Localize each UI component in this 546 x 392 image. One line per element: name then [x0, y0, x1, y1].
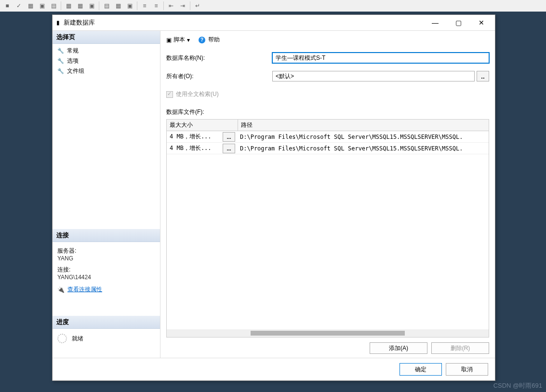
toolbar-btn[interactable]: ▣: [86, 1, 97, 11]
toolbar-btn[interactable]: ▤: [101, 1, 112, 11]
cell-path: D:\Program Files\Microsoft SQL Server\MS…: [237, 144, 466, 153]
toolbar-btn[interactable]: ▣: [37, 1, 47, 11]
remove-button: 删除(R): [431, 342, 489, 354]
col-path[interactable]: 路径: [238, 120, 489, 131]
select-page-header: 选择页: [53, 31, 160, 44]
row-ellipsis-button[interactable]: ...: [223, 144, 235, 153]
help-icon: ?: [199, 37, 205, 43]
fulltext-checkbox: [166, 91, 173, 98]
cell-size: 4 MB，增长...: [167, 132, 221, 142]
toolbar-separator: [163, 1, 164, 10]
toolbar-separator: [137, 1, 137, 10]
wrench-icon: 🔧: [57, 58, 64, 64]
dialog-title: 新建数据库: [64, 18, 422, 27]
fulltext-label: 使用全文检索(U): [176, 90, 219, 98]
owner-browse-button[interactable]: ..: [477, 71, 489, 81]
view-connection-link[interactable]: 查看连接属性: [67, 285, 102, 294]
toolbar-btn[interactable]: ▣: [124, 1, 135, 11]
db-files-label: 数据库文件(F):: [166, 108, 489, 116]
toolbar-btn[interactable]: ✓: [13, 1, 24, 11]
row-ellipsis-button[interactable]: ...: [223, 132, 235, 142]
toolbar-btn[interactable]: ▦: [25, 1, 36, 11]
toolbar-btn[interactable]: ▦: [63, 1, 74, 11]
dialog-titlebar[interactable]: ▮ 新建数据库 — ▢ ✕: [53, 15, 495, 30]
sidebar-item-filegroups[interactable]: 🔧 文件组: [53, 66, 160, 76]
toolbar-btn[interactable]: ▦: [113, 1, 123, 11]
progress-header: 进度: [53, 316, 160, 329]
connection-value: YANG\14424: [57, 274, 155, 281]
scrollbar-thumb[interactable]: [251, 331, 405, 336]
sidebar-item-label: 选项: [67, 57, 79, 65]
wrench-icon: 🔧: [57, 48, 64, 54]
spinner-icon: [57, 334, 67, 343]
connection-label: 连接:: [57, 266, 155, 274]
table-row[interactable]: 4 MB，增长... ... D:\Program Files\Microsof…: [167, 131, 489, 143]
horizontal-scrollbar[interactable]: [167, 329, 489, 337]
sidebar-item-label: 常规: [67, 47, 79, 55]
toolbar-separator: [190, 1, 190, 10]
table-row[interactable]: 4 MB，增长... ... D:\Program Files\Microsof…: [167, 143, 489, 154]
close-button[interactable]: ✕: [472, 16, 491, 29]
app-toolbar: ■ ✓ ▦ ▣ ▤ ▦ ▦ ▣ ▤ ▦ ▣ ≡ ≡ ⇤ ⇥ ↵: [0, 0, 546, 12]
new-database-dialog: ▮ 新建数据库 — ▢ ✕ 选择页 🔧 常规 🔧 选项 🔧 文件组: [52, 14, 495, 381]
server-value: YANG: [57, 255, 155, 262]
cell-path: D:\Program Files\Microsoft SQL Server\MS…: [237, 133, 466, 141]
sidebar-item-general[interactable]: 🔧 常规: [53, 46, 160, 56]
toolbar-btn[interactable]: ⇥: [177, 1, 188, 11]
toolbar-separator: [99, 1, 99, 10]
plug-icon: 🔌: [57, 286, 65, 293]
toolbar-btn[interactable]: ■: [2, 1, 13, 11]
db-files-grid[interactable]: 最大大小 路径 4 MB，增长... ... D:\Program Files\…: [166, 119, 489, 338]
minimize-button[interactable]: —: [426, 16, 445, 29]
sidebar: 选择页 🔧 常规 🔧 选项 🔧 文件组 连接 服务器: YANG: [53, 31, 160, 358]
sidebar-item-options[interactable]: 🔧 选项: [53, 56, 160, 66]
toolbar-btn[interactable]: ▦: [75, 1, 85, 11]
help-button[interactable]: 帮助: [208, 36, 220, 44]
connection-header: 连接: [53, 229, 160, 242]
sidebar-item-label: 文件组: [67, 67, 84, 75]
chevron-down-icon: ▾: [187, 37, 190, 43]
toolbar-btn[interactable]: ≡: [151, 1, 161, 11]
wrench-icon: 🔧: [57, 68, 64, 74]
script-button[interactable]: ▣ 脚本 ▾: [166, 36, 190, 44]
cell-size: 4 MB，增长...: [167, 143, 221, 153]
server-label: 服务器:: [57, 247, 155, 255]
script-icon: ▣: [166, 37, 172, 43]
owner-label: 所有者(O):: [166, 72, 272, 81]
ok-button[interactable]: 确定: [400, 363, 442, 376]
toolbar-btn[interactable]: ▤: [48, 1, 59, 11]
db-name-input[interactable]: [272, 53, 489, 63]
toolbar-btn[interactable]: ↵: [192, 1, 203, 11]
main-panel: ▣ 脚本 ▾ ? 帮助 数据库名称(N): 所有者(O): .. 使用全文检索(…: [160, 31, 495, 358]
toolbar-separator: [61, 1, 61, 10]
db-name-label: 数据库名称(N):: [166, 54, 272, 62]
database-icon: ▮: [56, 19, 60, 26]
maximize-button[interactable]: ▢: [449, 16, 468, 29]
cancel-button[interactable]: 取消: [446, 363, 488, 376]
add-button[interactable]: 添加(A): [370, 342, 427, 354]
col-maxsize[interactable]: 最大大小: [167, 120, 238, 131]
owner-input[interactable]: [272, 71, 475, 81]
toolbar-btn[interactable]: ≡: [139, 1, 150, 11]
progress-status: 就绪: [72, 335, 83, 343]
toolbar-btn[interactable]: ⇤: [166, 1, 176, 11]
watermark: CSDN @时雨691: [493, 381, 542, 390]
